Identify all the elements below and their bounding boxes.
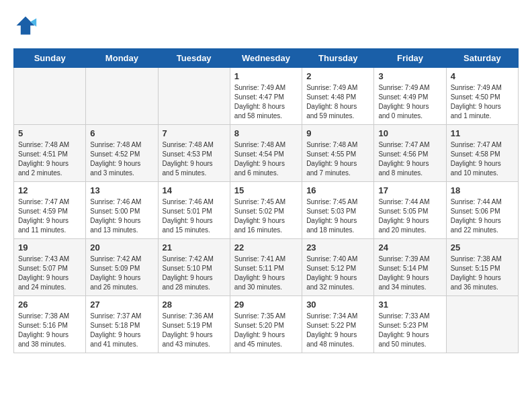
calendar-cell: 1Sunrise: 7:49 AM Sunset: 4:47 PM Daylig… <box>230 68 302 125</box>
calendar-table: SundayMondayTuesdayWednesdayThursdayFrid… <box>13 48 519 353</box>
calendar-cell: 11Sunrise: 7:47 AM Sunset: 4:58 PM Dayli… <box>446 125 518 182</box>
calendar-cell: 23Sunrise: 7:40 AM Sunset: 5:12 PM Dayli… <box>302 239 374 296</box>
day-info: Sunrise: 7:44 AM Sunset: 5:05 PM Dayligh… <box>378 197 441 235</box>
weekday-header-saturday: Saturday <box>446 49 518 68</box>
day-number: 19 <box>18 242 81 253</box>
calendar-cell: 22Sunrise: 7:41 AM Sunset: 5:11 PM Dayli… <box>230 239 302 296</box>
day-info: Sunrise: 7:39 AM Sunset: 5:14 PM Dayligh… <box>378 255 441 292</box>
day-number: 15 <box>234 185 298 195</box>
day-info: Sunrise: 7:47 AM Sunset: 4:59 PM Dayligh… <box>18 197 81 235</box>
day-info: Sunrise: 7:41 AM Sunset: 5:11 PM Dayligh… <box>234 255 298 292</box>
calendar-cell: 9Sunrise: 7:48 AM Sunset: 4:55 PM Daylig… <box>302 125 374 182</box>
day-number: 25 <box>451 242 514 253</box>
day-info: Sunrise: 7:49 AM Sunset: 4:47 PM Dayligh… <box>234 83 298 121</box>
day-number: 29 <box>234 300 298 310</box>
day-info: Sunrise: 7:48 AM Sunset: 4:54 PM Dayligh… <box>234 140 298 178</box>
day-number: 22 <box>234 242 298 253</box>
day-info: Sunrise: 7:40 AM Sunset: 5:12 PM Dayligh… <box>306 255 369 292</box>
calendar-cell: 26Sunrise: 7:38 AM Sunset: 5:16 PM Dayli… <box>14 296 86 353</box>
day-info: Sunrise: 7:38 AM Sunset: 5:15 PM Dayligh… <box>451 255 514 292</box>
day-number: 31 <box>378 300 441 310</box>
calendar-cell: 29Sunrise: 7:35 AM Sunset: 5:20 PM Dayli… <box>230 296 302 353</box>
weekday-header-thursday: Thursday <box>302 49 374 68</box>
weekday-header-monday: Monday <box>86 49 158 68</box>
weekday-header-row: SundayMondayTuesdayWednesdayThursdayFrid… <box>14 49 519 68</box>
day-number: 13 <box>90 185 153 195</box>
svg-marker-0 <box>17 17 35 35</box>
calendar-cell: 25Sunrise: 7:38 AM Sunset: 5:15 PM Dayli… <box>446 239 518 296</box>
day-info: Sunrise: 7:48 AM Sunset: 4:55 PM Dayligh… <box>306 140 369 178</box>
day-info: Sunrise: 7:45 AM Sunset: 5:03 PM Dayligh… <box>306 197 369 235</box>
day-number: 4 <box>451 71 514 81</box>
day-number: 8 <box>234 128 298 138</box>
calendar-cell: 12Sunrise: 7:47 AM Sunset: 4:59 PM Dayli… <box>14 182 86 239</box>
calendar-cell <box>446 296 518 353</box>
day-number: 14 <box>163 185 226 195</box>
calendar-cell: 19Sunrise: 7:43 AM Sunset: 5:07 PM Dayli… <box>14 239 86 296</box>
day-number: 10 <box>378 128 441 138</box>
day-info: Sunrise: 7:48 AM Sunset: 4:51 PM Dayligh… <box>18 140 81 178</box>
calendar-cell <box>14 68 86 125</box>
logo-icon <box>13 13 38 38</box>
day-number: 6 <box>90 128 153 138</box>
day-number: 12 <box>18 185 81 195</box>
day-number: 27 <box>90 300 153 310</box>
calendar-cell: 15Sunrise: 7:45 AM Sunset: 5:02 PM Dayli… <box>230 182 302 239</box>
calendar-cell: 8Sunrise: 7:48 AM Sunset: 4:54 PM Daylig… <box>230 125 302 182</box>
day-info: Sunrise: 7:47 AM Sunset: 4:58 PM Dayligh… <box>451 140 514 178</box>
calendar-cell: 24Sunrise: 7:39 AM Sunset: 5:14 PM Dayli… <box>374 239 446 296</box>
calendar-cell: 21Sunrise: 7:42 AM Sunset: 5:10 PM Dayli… <box>158 239 230 296</box>
day-number: 9 <box>306 128 369 138</box>
day-number: 1 <box>234 71 298 81</box>
calendar-cell <box>86 68 158 125</box>
logo <box>13 13 42 38</box>
day-info: Sunrise: 7:44 AM Sunset: 5:06 PM Dayligh… <box>451 197 514 235</box>
day-info: Sunrise: 7:46 AM Sunset: 5:01 PM Dayligh… <box>163 197 226 235</box>
day-number: 28 <box>163 300 226 310</box>
day-info: Sunrise: 7:48 AM Sunset: 4:53 PM Dayligh… <box>163 140 226 178</box>
day-info: Sunrise: 7:36 AM Sunset: 5:19 PM Dayligh… <box>163 312 226 349</box>
day-info: Sunrise: 7:43 AM Sunset: 5:07 PM Dayligh… <box>18 255 81 292</box>
calendar-cell: 20Sunrise: 7:42 AM Sunset: 5:09 PM Dayli… <box>86 239 158 296</box>
calendar-cell: 28Sunrise: 7:36 AM Sunset: 5:19 PM Dayli… <box>158 296 230 353</box>
weekday-header-friday: Friday <box>374 49 446 68</box>
weekday-header-sunday: Sunday <box>14 49 86 68</box>
day-number: 30 <box>306 300 369 310</box>
day-number: 23 <box>306 242 369 253</box>
calendar-cell: 14Sunrise: 7:46 AM Sunset: 5:01 PM Dayli… <box>158 182 230 239</box>
calendar-cell: 30Sunrise: 7:34 AM Sunset: 5:22 PM Dayli… <box>302 296 374 353</box>
day-info: Sunrise: 7:33 AM Sunset: 5:23 PM Dayligh… <box>378 312 441 349</box>
day-number: 20 <box>90 242 153 253</box>
day-number: 16 <box>306 185 369 195</box>
day-number: 3 <box>378 71 441 81</box>
calendar-cell: 4Sunrise: 7:49 AM Sunset: 4:50 PM Daylig… <box>446 68 518 125</box>
calendar-cell: 31Sunrise: 7:33 AM Sunset: 5:23 PM Dayli… <box>374 296 446 353</box>
calendar-cell <box>158 68 230 125</box>
weekday-header-wednesday: Wednesday <box>230 49 302 68</box>
calendar-cell: 13Sunrise: 7:46 AM Sunset: 5:00 PM Dayli… <box>86 182 158 239</box>
calendar-cell: 18Sunrise: 7:44 AM Sunset: 5:06 PM Dayli… <box>446 182 518 239</box>
day-info: Sunrise: 7:49 AM Sunset: 4:49 PM Dayligh… <box>378 83 441 121</box>
calendar-week-row: 26Sunrise: 7:38 AM Sunset: 5:16 PM Dayli… <box>14 296 519 353</box>
header <box>13 13 519 38</box>
day-info: Sunrise: 7:48 AM Sunset: 4:52 PM Dayligh… <box>90 140 153 178</box>
calendar-cell: 2Sunrise: 7:49 AM Sunset: 4:48 PM Daylig… <box>302 68 374 125</box>
day-number: 17 <box>378 185 441 195</box>
day-number: 5 <box>18 128 81 138</box>
calendar-cell: 5Sunrise: 7:48 AM Sunset: 4:51 PM Daylig… <box>14 125 86 182</box>
calendar-cell: 27Sunrise: 7:37 AM Sunset: 5:18 PM Dayli… <box>86 296 158 353</box>
weekday-header-tuesday: Tuesday <box>158 49 230 68</box>
day-number: 24 <box>378 242 441 253</box>
day-number: 18 <box>451 185 514 195</box>
calendar-cell: 10Sunrise: 7:47 AM Sunset: 4:56 PM Dayli… <box>374 125 446 182</box>
calendar-cell: 17Sunrise: 7:44 AM Sunset: 5:05 PM Dayli… <box>374 182 446 239</box>
calendar-week-row: 1Sunrise: 7:49 AM Sunset: 4:47 PM Daylig… <box>14 68 519 125</box>
day-info: Sunrise: 7:49 AM Sunset: 4:50 PM Dayligh… <box>451 83 514 121</box>
day-number: 26 <box>18 300 81 310</box>
calendar-cell: 16Sunrise: 7:45 AM Sunset: 5:03 PM Dayli… <box>302 182 374 239</box>
day-info: Sunrise: 7:42 AM Sunset: 5:10 PM Dayligh… <box>163 255 226 292</box>
day-info: Sunrise: 7:38 AM Sunset: 5:16 PM Dayligh… <box>18 312 81 349</box>
calendar-cell: 3Sunrise: 7:49 AM Sunset: 4:49 PM Daylig… <box>374 68 446 125</box>
day-info: Sunrise: 7:37 AM Sunset: 5:18 PM Dayligh… <box>90 312 153 349</box>
day-info: Sunrise: 7:47 AM Sunset: 4:56 PM Dayligh… <box>378 140 441 178</box>
